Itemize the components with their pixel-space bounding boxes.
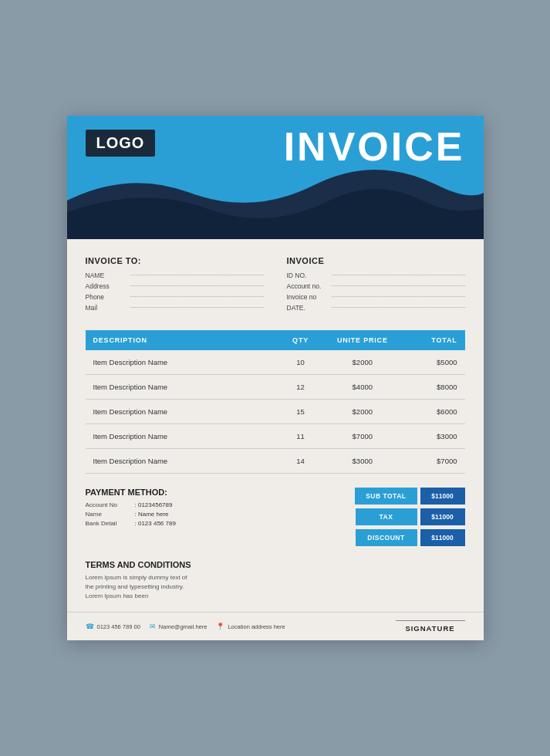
- invoice-page: LOGO INVOICE INVOICE TO: NAME Address Ph…: [67, 116, 484, 640]
- tax-value: $11000: [420, 508, 465, 525]
- phone-icon: ☎: [86, 623, 94, 630]
- invoice-table: DESCRIPTION QTY UNITE PRICE TOTAL Item D…: [67, 330, 484, 474]
- payment-info: PAYMENT METHOD: Account No : 0123456789 …: [86, 488, 284, 529]
- totals: SUB TOTAL $11000 TAX $11000 DISCOUNT $11…: [299, 488, 465, 546]
- tax-row: TAX $11000: [356, 508, 465, 525]
- info-row-account: Account no.: [287, 282, 465, 290]
- payment-row-bank: Bank Detail : 0123 456 789: [86, 520, 284, 527]
- terms-text: Lorem Ipsum is simply dummy text of the …: [86, 573, 465, 601]
- info-row-address: Address: [86, 282, 264, 290]
- payment-row-name: Name : Name here: [86, 511, 284, 518]
- table-header: DESCRIPTION QTY UNITE PRICE TOTAL: [86, 330, 465, 350]
- table-row: Item Description Name 15 $2000 $6000: [86, 400, 465, 424]
- table-row: Item Description Name 12 $4000 $8000: [86, 375, 465, 400]
- info-row-name: NAME: [86, 272, 264, 279]
- bottom-section: PAYMENT METHOD: Account No : 0123456789 …: [67, 474, 484, 554]
- discount-label: DISCOUNT: [356, 529, 417, 546]
- terms-section: TERMS AND CONDITIONS Lorem Ipsum is simp…: [67, 554, 484, 609]
- invoice-title: INVOICE: [284, 123, 465, 170]
- email-icon: ✉: [150, 623, 156, 630]
- table-row: Item Description Name 10 $2000 $5000: [86, 350, 465, 375]
- info-section: INVOICE TO: NAME Address Phone Mail INVO…: [67, 239, 484, 327]
- footer-email: ✉ Name@gmail.here: [150, 623, 208, 630]
- payment-row-account: Account No : 0123456789: [86, 501, 284, 508]
- table-row: Item Description Name 11 $7000 $3000: [86, 424, 465, 449]
- subtotal-label: SUB TOTAL: [355, 488, 417, 505]
- footer-location-text: Location address here: [228, 623, 285, 630]
- terms-title: TERMS AND CONDITIONS: [86, 560, 465, 569]
- location-icon: 📍: [216, 623, 224, 630]
- table-row: Item Description Name 14 $3000 $7000: [86, 449, 465, 474]
- info-row-mail: Mail: [86, 304, 264, 312]
- logo: LOGO: [86, 130, 156, 157]
- subtotal-value: $11000: [420, 488, 465, 505]
- discount-value: $11000: [420, 529, 465, 546]
- tax-label: TAX: [356, 508, 417, 525]
- info-row-id: ID NO.: [287, 272, 465, 279]
- info-row-invoice-no: Invoice no: [287, 293, 465, 301]
- invoice-to: INVOICE TO: NAME Address Phone Mail: [86, 256, 264, 315]
- subtotal-row: SUB TOTAL $11000: [355, 488, 464, 505]
- invoice-details-title: INVOICE: [287, 256, 465, 265]
- footer-contacts: ☎ 0123 456 789 00 ✉ Name@gmail.here 📍 Lo…: [86, 623, 285, 630]
- invoice-details: INVOICE ID NO. Account no. Invoice no DA…: [287, 256, 465, 315]
- discount-row: DISCOUNT $11000: [356, 529, 465, 546]
- info-row-date: DATE.: [287, 304, 465, 312]
- footer-email-address: Name@gmail.here: [159, 623, 208, 630]
- signature: SIGNATURE: [396, 620, 465, 633]
- header: LOGO INVOICE: [67, 116, 484, 239]
- footer-phone: ☎ 0123 456 789 00: [86, 623, 140, 630]
- footer-phone-number: 0123 456 789 00: [97, 623, 140, 630]
- invoice-to-title: INVOICE TO:: [86, 256, 264, 265]
- footer: ☎ 0123 456 789 00 ✉ Name@gmail.here 📍 Lo…: [67, 612, 484, 640]
- info-row-phone: Phone: [86, 293, 264, 301]
- payment-title: PAYMENT METHOD:: [86, 488, 284, 497]
- footer-location: 📍 Location address here: [216, 623, 285, 630]
